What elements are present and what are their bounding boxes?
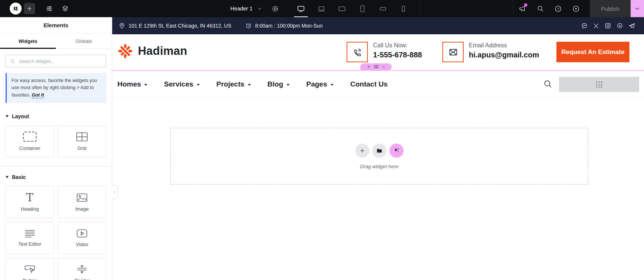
- ai-builder-button[interactable]: [389, 144, 404, 158]
- preview-canvas: 101 E 129th St, East Chicago, IN 46312, …: [112, 17, 644, 280]
- device-mobile-portrait[interactable]: [393, 0, 414, 17]
- hours-item: 8:00am : 100:00pm Mon-Sun: [245, 22, 323, 29]
- site-settings-button[interactable]: [45, 4, 54, 13]
- nav-item-contact-us[interactable]: Contact Us: [350, 80, 388, 88]
- nav-item-blog[interactable]: Blog: [268, 80, 290, 88]
- request-estimate-button[interactable]: Request An Estimate: [556, 42, 629, 62]
- add-element-button[interactable]: [24, 3, 35, 14]
- empty-widget-placeholder[interactable]: [559, 77, 639, 92]
- device-mobile-landscape[interactable]: [373, 0, 393, 17]
- tip-text: For easy access, favorite the widgets yo…: [12, 78, 97, 98]
- empty-container-dropzone[interactable]: Drag widget here: [170, 128, 588, 185]
- plus-icon: [359, 148, 365, 154]
- widget-card-image[interactable]: Image: [58, 186, 106, 218]
- tab-globals[interactable]: Globals: [56, 34, 112, 48]
- close-icon: [382, 65, 385, 69]
- site-topbar: 101 E 129th St, East Chicago, IN 46312, …: [112, 17, 644, 34]
- widget-card-grid[interactable]: Grid: [58, 125, 106, 157]
- drag-dots-icon: [374, 65, 378, 68]
- document-name: Header 1: [230, 6, 253, 12]
- ai-sparkles-icon: [393, 147, 400, 154]
- site-nav-container: Homes Services Projects Blog Pages Conta…: [112, 70, 644, 98]
- whats-new-button[interactable]: [518, 4, 527, 13]
- tab-widgets[interactable]: Widgets: [0, 34, 56, 48]
- widget-card-button[interactable]: Button: [6, 258, 54, 280]
- section-title: Layout: [12, 113, 29, 119]
- device-desktop[interactable]: [291, 0, 311, 17]
- publish-button[interactable]: Publish: [590, 0, 631, 17]
- widget-search-input[interactable]: [18, 58, 102, 65]
- site-logo[interactable]: Hadiman: [117, 43, 187, 59]
- device-tablet-landscape[interactable]: [332, 0, 352, 17]
- clock-icon: [245, 22, 252, 29]
- nav-item-projects[interactable]: Projects: [217, 80, 251, 88]
- elementor-logo[interactable]: [10, 3, 22, 15]
- drag-container-handle[interactable]: [374, 65, 378, 68]
- button-icon: [24, 264, 36, 274]
- messenger-icon[interactable]: [581, 22, 588, 29]
- structure-navigator-button[interactable]: [61, 4, 70, 13]
- image-icon: [76, 193, 88, 202]
- chevron-down-icon: [331, 84, 334, 86]
- document-switcher[interactable]: Header 1: [228, 0, 265, 17]
- widget-card-divider[interactable]: Divider: [58, 258, 106, 280]
- phone-icon: [353, 47, 362, 57]
- email-address: hi.apus@gmail.com: [469, 51, 539, 59]
- add-widget-button[interactable]: [355, 144, 369, 158]
- publish-options-button[interactable]: [631, 0, 644, 17]
- panel-collapse-toggle[interactable]: [112, 185, 118, 199]
- chevron-down-icon: [197, 84, 200, 86]
- address-item: 101 E 129th St, East Chicago, IN 46312, …: [112, 22, 231, 29]
- widget-card-heading[interactable]: T Heading: [6, 186, 54, 218]
- skype-icon[interactable]: S: [616, 22, 623, 29]
- video-icon: [76, 229, 88, 238]
- add-container-button[interactable]: [367, 65, 370, 69]
- dropzone-hint: Drag widget here: [360, 164, 398, 169]
- plus-icon: [26, 5, 33, 12]
- nav-item-pages[interactable]: Pages: [306, 80, 334, 88]
- eye-icon: [572, 5, 580, 13]
- section-layout-header[interactable]: Layout: [6, 113, 106, 119]
- nav-item-homes[interactable]: Homes: [117, 80, 147, 88]
- got-it-link[interactable]: Got It: [32, 92, 44, 98]
- svg-text:S: S: [619, 24, 621, 28]
- layers-icon: [61, 5, 69, 12]
- brand-gear-tools-icon: [117, 43, 133, 59]
- call-widget[interactable]: Call Us Now: 1-555-678-888: [347, 42, 422, 62]
- nav-menu: Homes Services Projects Blog Pages Conta…: [112, 80, 388, 88]
- preview-changes-button[interactable]: [571, 4, 581, 13]
- delete-container-button[interactable]: [382, 65, 385, 69]
- section-basic: Basic T Heading Image Text Edit: [0, 166, 112, 280]
- elementor-logo-icon: [12, 5, 19, 12]
- email-widget[interactable]: Email Address hi.apus@gmail.com: [442, 42, 539, 62]
- widget-card-video[interactable]: Video: [58, 222, 106, 254]
- template-library-button[interactable]: [372, 144, 386, 158]
- address-text: 101 E 129th St, East Chicago, IN 46312, …: [129, 23, 231, 29]
- gear-icon: [271, 5, 279, 13]
- location-pin-icon: [119, 22, 125, 29]
- search-icon: [543, 79, 552, 88]
- mobile-landscape-icon: [379, 4, 387, 13]
- telegram-icon[interactable]: [628, 22, 635, 29]
- device-laptop[interactable]: [311, 0, 332, 17]
- site-search-button[interactable]: [543, 79, 552, 89]
- chevron-down-icon: [144, 84, 147, 86]
- envelope-icon: [448, 47, 458, 57]
- document-settings-button[interactable]: [271, 4, 280, 13]
- desktop-icon: [297, 4, 305, 13]
- instagram-icon[interactable]: [604, 22, 611, 29]
- sliders-icon: [45, 5, 53, 12]
- nav-item-services[interactable]: Services: [164, 80, 199, 88]
- chevron-down-icon: [248, 84, 251, 86]
- finder-search-button[interactable]: [536, 4, 545, 13]
- section-basic-header[interactable]: Basic: [6, 174, 106, 180]
- widget-card-text-editor[interactable]: Text Editor: [6, 222, 54, 254]
- device-tablet-portrait[interactable]: [352, 0, 373, 17]
- x-twitter-icon[interactable]: [593, 23, 599, 29]
- megaphone-icon: [518, 5, 526, 13]
- caret-down-icon: [6, 115, 9, 117]
- topbar-divider: [420, 0, 420, 17]
- widget-card-container[interactable]: Container: [6, 125, 54, 157]
- chevron-left-icon: [113, 190, 117, 194]
- help-button[interactable]: ?: [553, 4, 563, 13]
